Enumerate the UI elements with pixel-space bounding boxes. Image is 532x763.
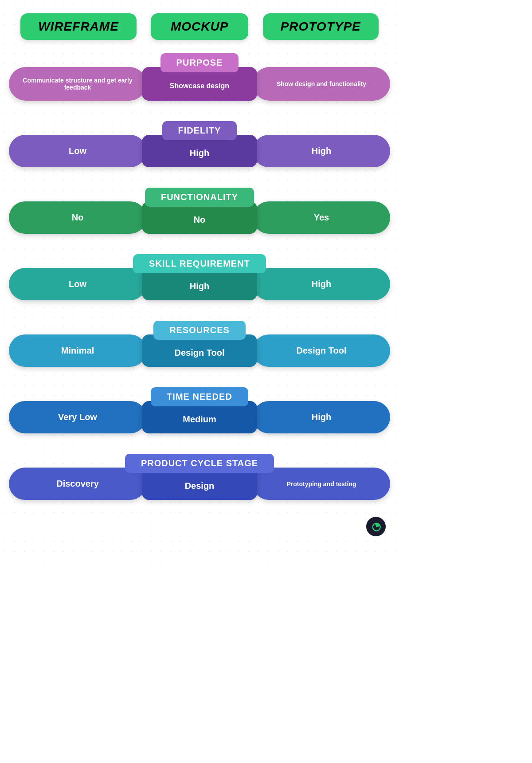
label-wrapper-functionality: FUNCTIONALITY	[9, 188, 390, 207]
content-area: PURPOSE Communicate structure and get ea…	[0, 49, 399, 512]
category-label-time: TIME NEEDED	[151, 387, 248, 406]
category-label-cycle: PRODUCT CYCLE STAGE	[125, 454, 274, 473]
gap-2	[9, 234, 390, 246]
gap-0	[9, 101, 390, 113]
label-wrapper-resources: RESOURCES	[9, 321, 390, 340]
category-label-skill: SKILL REQUIREMENT	[133, 254, 266, 273]
gap-4	[9, 367, 390, 379]
section-skill: SKILL REQUIREMENT Low High High	[9, 254, 390, 313]
label-wrapper-skill: SKILL REQUIREMENT	[9, 254, 390, 273]
section-cycle: PRODUCT CYCLE STAGE Discovery Design Pro…	[9, 454, 390, 500]
logo-circle: ◔	[366, 517, 386, 536]
gap-1	[9, 167, 390, 180]
label-wrapper-cycle: PRODUCT CYCLE STAGE	[9, 454, 390, 473]
section-time: TIME NEEDED Very Low Medium High	[9, 387, 390, 446]
page-wrapper: WIREFRAME MOCKUP PROTOTYPE PURPOSE Commu…	[0, 0, 399, 563]
header-prototype: PROTOTYPE	[263, 13, 379, 40]
category-label-functionality: FUNCTIONALITY	[145, 188, 254, 207]
label-wrapper-fidelity: FIDELITY	[9, 121, 390, 140]
gap-5	[9, 433, 390, 446]
section-purpose: PURPOSE Communicate structure and get ea…	[9, 53, 390, 113]
header-row: WIREFRAME MOCKUP PROTOTYPE	[0, 0, 399, 49]
label-wrapper-time: TIME NEEDED	[9, 387, 390, 406]
logo-icon: ◔	[370, 520, 382, 533]
header-wireframe: WIREFRAME	[20, 13, 137, 40]
category-label-purpose: PURPOSE	[160, 53, 239, 72]
category-label-resources: RESOURCES	[153, 321, 246, 340]
section-fidelity: FIDELITY Low High High	[9, 121, 390, 180]
category-label-fidelity: FIDELITY	[162, 121, 237, 140]
gap-3	[9, 300, 390, 313]
section-functionality: FUNCTIONALITY No No Yes	[9, 188, 390, 246]
header-mockup: MOCKUP	[151, 13, 248, 40]
logo-area: ◔	[0, 512, 399, 545]
section-resources: RESOURCES Minimal Design Tool Design Too…	[9, 321, 390, 379]
label-wrapper-purpose: PURPOSE	[9, 53, 390, 72]
